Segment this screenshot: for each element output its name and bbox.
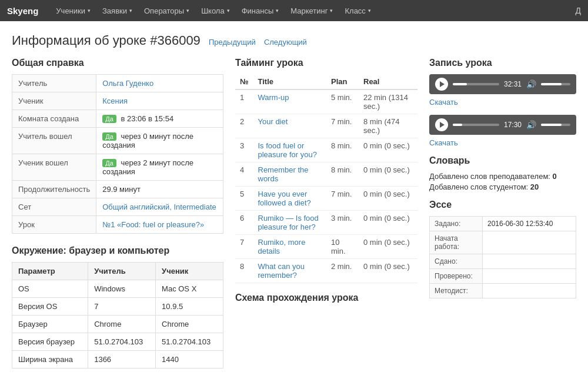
row-text: в 23:06 в 15:54 <box>121 114 173 123</box>
essay-row-label: Методист: <box>430 284 483 298</box>
table-row: Продолжительность 29.9 минут <box>12 181 223 198</box>
lesson-title-link[interactable]: Remember the words <box>258 165 309 183</box>
row-real: 0 min (0 sec.) <box>359 211 417 235</box>
set-link[interactable]: Общий английский, Intermediate <box>102 203 216 211</box>
volume-icon-1[interactable]: 🔊 <box>526 79 536 89</box>
row-value: №1 «Food: fuel or pleasure?» <box>96 216 223 234</box>
row-num: 7 <box>235 235 253 259</box>
teacher-value: Windows <box>88 280 156 298</box>
audio-time-1: 32:31 <box>504 80 522 88</box>
teacher-value: 7 <box>88 298 156 316</box>
row-title: Warm-up <box>253 89 327 114</box>
play-button-2[interactable] <box>435 118 448 131</box>
row-title: Your diet <box>253 114 327 138</box>
col-plan: Plan <box>326 74 359 89</box>
vocabulary-section: Словарь Добавлено слов преподавателем: 0… <box>429 155 576 191</box>
row-plan: 10 min. <box>326 235 359 259</box>
next-lesson-link[interactable]: Следующий <box>264 38 307 47</box>
nav-items: Ученики ▾ Заявки ▾ Операторы ▾ Школа ▾ Ф… <box>50 0 575 21</box>
timing-table-row: 4Remember the words8 min.0 min (0 sec.) <box>235 162 417 187</box>
table-row: Ученик Ксения <box>12 92 223 110</box>
table-row: Учитель Ольга Гуденко <box>12 75 223 92</box>
row-label: Учитель <box>12 75 96 92</box>
timing-table-row: 8What can you remember?2 min.0 min (0 se… <box>235 259 417 283</box>
download-link-1[interactable]: Скачать <box>429 98 576 107</box>
essay-row-value: 2016-06-30 12:53:40 <box>483 217 576 231</box>
row-label: Сет <box>12 198 96 216</box>
row-value: Да через 2 минут после создания <box>96 154 223 181</box>
lesson-title-link[interactable]: Warm-up <box>258 93 289 102</box>
timing-table-row: 6Rumiko — Is food pleasure for her?3 min… <box>235 211 417 235</box>
timing-table-row: 2Your diet7 min.8 min (474 sec.) <box>235 114 417 138</box>
student-value: Mac OS X <box>156 280 223 298</box>
row-value: Ольга Гуденко <box>96 75 223 92</box>
lesson-title-link[interactable]: What can you remember? <box>258 262 305 280</box>
volume-bar-2[interactable] <box>541 124 570 126</box>
row-label: Комната создана <box>12 110 96 128</box>
volume-icon-2[interactable]: 🔊 <box>526 120 536 130</box>
timing-table: № Title Plan Real 1Warm-up5 min.22 min (… <box>235 74 417 283</box>
timing-table-row: 5Have you ever followed a diet?7 min.0 m… <box>235 187 417 211</box>
general-info-table: Учитель Ольга Гуденко Ученик Ксения Комн… <box>12 74 223 234</box>
audio-progress-fill-2 <box>453 124 462 126</box>
audio-progress-bar-2[interactable] <box>453 124 499 126</box>
table-row: Ученик вошел Да через 2 минут после созд… <box>12 154 223 181</box>
brand-logo[interactable]: Skyeng <box>7 6 38 16</box>
prev-lesson-link[interactable]: Предыдущий <box>209 38 256 47</box>
lesson-title-link[interactable]: Rumiko — Is food pleasure for her? <box>258 214 319 231</box>
audio-time-2: 17:30 <box>504 121 522 129</box>
play-button-1[interactable] <box>435 78 448 91</box>
row-num: 5 <box>235 187 253 211</box>
row-real: 0 min (0 sec.) <box>359 187 417 211</box>
table-row: Учитель вошел Да через 0 минут после соз… <box>12 128 223 154</box>
table-row: OSWindowsMac OS X <box>12 280 223 298</box>
row-value: Ксения <box>96 92 223 110</box>
param-label: Версия браузер <box>12 333 88 351</box>
timing-section-title: Тайминг урока <box>235 58 417 68</box>
param-label: Версия OS <box>12 298 88 316</box>
chevron-down-icon: ▾ <box>330 8 333 14</box>
lesson-title-link[interactable]: Is food fuel or pleasure for you? <box>258 141 317 159</box>
chevron-down-icon: ▾ <box>186 8 189 14</box>
row-plan: 8 min. <box>326 138 359 162</box>
nav-item-operators[interactable]: Операторы ▾ <box>138 0 195 21</box>
nav-item-class[interactable]: Класс ▾ <box>339 0 376 21</box>
download-link-2[interactable]: Скачать <box>429 138 576 147</box>
lesson-title-link[interactable]: Have you ever followed a diet? <box>258 190 311 207</box>
audio-progress-bar-1[interactable] <box>453 83 499 85</box>
param-label: Браузер <box>12 316 88 333</box>
nav-item-requests[interactable]: Заявки ▾ <box>96 0 138 21</box>
essay-row-label: Сдано: <box>430 254 483 269</box>
volume-bar-1[interactable] <box>541 83 570 85</box>
table-row: Комната создана Да в 23:06 в 15:54 <box>12 110 223 128</box>
environment-table: Параметр Учитель Ученик OSWindowsMac OS … <box>12 262 223 369</box>
nav-item-finances[interactable]: Финансы ▾ <box>236 0 285 21</box>
essay-row-value <box>483 284 576 298</box>
lesson-title-link[interactable]: Rumiko, more details <box>258 238 306 255</box>
lesson-title-link[interactable]: Your diet <box>258 117 288 126</box>
lesson-link[interactable]: №1 «Food: fuel or pleasure?» <box>102 220 204 229</box>
navbar: Skyeng Ученики ▾ Заявки ▾ Операторы ▾ Шк… <box>0 0 588 21</box>
row-value: Да через 0 минут после создания <box>96 128 223 154</box>
student-value: Chrome <box>156 316 223 333</box>
user-profile-icon[interactable]: Д <box>576 6 581 15</box>
teacher-link[interactable]: Ольга Гуденко <box>102 79 153 88</box>
essay-row-value <box>483 269 576 284</box>
chevron-down-icon: ▾ <box>368 8 371 14</box>
environment-section-title: Окружение: браузер и компьютер <box>12 245 223 256</box>
row-num: 3 <box>235 138 253 162</box>
row-plan: 7 min. <box>326 114 359 138</box>
student-link[interactable]: Ксения <box>102 97 128 105</box>
row-real: 0 min (0 sec.) <box>359 162 417 187</box>
row-real: 0 min (0 sec.) <box>359 259 417 283</box>
nav-item-school[interactable]: Школа ▾ <box>195 0 236 21</box>
chevron-down-icon: ▾ <box>129 8 132 14</box>
chevron-down-icon: ▾ <box>276 8 279 14</box>
row-num: 6 <box>235 211 253 235</box>
nav-item-marketing[interactable]: Маркетинг ▾ <box>285 0 339 21</box>
audio-progress-fill-1 <box>453 83 467 85</box>
row-label: Учитель вошел <box>12 128 96 154</box>
col-num: № <box>235 74 253 89</box>
nav-item-students[interactable]: Ученики ▾ <box>50 0 96 21</box>
student-added-text: Добавлено слов студентом: 20 <box>429 182 576 191</box>
